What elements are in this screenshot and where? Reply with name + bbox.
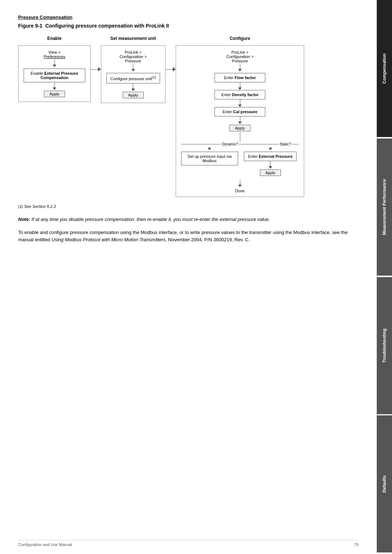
col2-arrow1 — [131, 69, 135, 71]
col3-arrow2 — [238, 87, 242, 90]
col3-apply1-button[interactable]: Apply — [229, 125, 250, 131]
col2-outer: ProLink > Configuration > Pressure Confi… — [101, 45, 166, 103]
col1-inner: View > Preferences Enable External Press… — [24, 49, 85, 98]
tab-compensation[interactable]: Compensation — [377, 0, 392, 137]
figure-title-text: Figure 9-1 Configuring pressure compensa… — [18, 23, 169, 29]
figure-title: Enable Figure 9-1 Configuring pressure c… — [18, 23, 359, 29]
col3-arrow4 — [238, 122, 242, 124]
col3-inner: ProLink > Configuration > Pressure Enter… — [181, 49, 299, 193]
static-arrow2 — [269, 166, 272, 169]
col3-arrow5 — [238, 185, 242, 187]
col3-flow-box: Enter Flow factor — [215, 73, 265, 82]
col3-density-box: Enter Density factor — [215, 90, 265, 99]
col1-line2 — [54, 82, 55, 87]
col2-header: Set measurement unit — [107, 34, 159, 42]
col2-configure-box: Configure pressure unit(1) — [106, 73, 160, 83]
col3-header: Configure — [215, 34, 265, 42]
col3-line3 — [240, 99, 240, 104]
branch-h-right — [239, 144, 279, 144]
col2-line2 — [133, 83, 133, 89]
col2-apply-button[interactable]: Apply — [123, 92, 144, 98]
dynamic-arrow — [208, 148, 211, 150]
section-heading: Pressure Compensation — [18, 15, 359, 20]
dynamic-branch: Dynamic? Static? — [181, 137, 299, 177]
col1-enable: Enable View > Preferences Enable Externa… — [18, 34, 91, 102]
col3-modbus-box: Set up pressure input via Modbus — [181, 152, 238, 165]
col3-path: ProLink > Configuration > Pressure — [215, 49, 265, 64]
h-line-1 — [91, 69, 98, 70]
static-arrow — [269, 148, 272, 150]
col3-line5 — [240, 132, 240, 137]
col3-outer: ProLink > Configuration > Pressure Enter… — [176, 45, 305, 197]
col3-line2 — [240, 82, 240, 87]
col3-cal-box: Enter Cal pressure — [215, 107, 265, 116]
tab-troubleshooting[interactable]: Troubleshooting — [377, 277, 392, 414]
col2-measurement: Set measurement unit ProLink > Configura… — [101, 34, 166, 103]
body-paragraph: To enable and configure pressure compens… — [18, 229, 359, 244]
static-line — [270, 161, 270, 166]
footer-left: Configuration and Use Manual — [18, 542, 72, 547]
col2-path: ProLink > Configuration > Pressure — [108, 49, 159, 64]
footnote: (1) See Section 9.2.3. — [18, 204, 359, 209]
static-label: Static? — [279, 142, 292, 146]
col3-done: Done — [235, 189, 245, 193]
dynamic-label: Dynamic? — [221, 142, 238, 146]
static-col: Enter External Pressure Apply — [242, 148, 299, 177]
col3-configure: Configure ProLink > Configuration > Pres… — [176, 34, 305, 197]
col3-arrow3 — [238, 104, 242, 107]
right-tabs: Compensation Measurement Performance Tro… — [377, 0, 392, 554]
branch-line-down — [240, 137, 240, 142]
col3-apply2-button[interactable]: Apply — [260, 169, 281, 176]
footer-right: 79 — [354, 542, 359, 547]
col1-enable-box: Enable External Pressure Compensation — [24, 69, 85, 82]
col1-header: Enable — [29, 34, 80, 42]
col1-line1 — [54, 59, 55, 65]
col2-arrow2 — [131, 89, 135, 91]
branch-h-left — [181, 144, 221, 144]
col1-arrow2 — [53, 87, 56, 90]
col3-line4 — [240, 116, 240, 122]
col2-inner: ProLink > Configuration > Pressure Confi… — [106, 49, 160, 99]
col3-external-box: Enter External Pressure — [244, 152, 297, 161]
arrow-right-2 — [173, 67, 176, 71]
note-paragraph: Note: If at any time you disable pressur… — [18, 216, 359, 223]
page-footer: Configuration and Use Manual 79 — [18, 540, 359, 547]
static-h — [291, 144, 299, 144]
col2-line1 — [133, 64, 133, 69]
modbus-col: Set up pressure input via Modbus — [181, 148, 238, 165]
arrow-col1-col2 — [91, 34, 101, 71]
tab-defaults[interactable]: Defaults — [377, 415, 392, 553]
col1-apply-button[interactable]: Apply — [44, 91, 65, 97]
flowchart: Enable View > Preferences Enable Externa… — [18, 34, 359, 197]
tab-measurement-performance[interactable]: Measurement Performance — [377, 139, 392, 276]
col3-line6 — [240, 180, 240, 185]
h-line-2 — [166, 69, 173, 70]
col3-arrow1 — [238, 69, 242, 71]
arrow-col2-col3 — [166, 34, 176, 71]
col1-outer: View > Preferences Enable External Press… — [18, 45, 91, 102]
col1-arrow1 — [53, 65, 56, 67]
col1-path: View > Preferences — [29, 49, 80, 59]
arrow-right-1 — [98, 67, 101, 71]
col3-line1 — [240, 64, 240, 69]
